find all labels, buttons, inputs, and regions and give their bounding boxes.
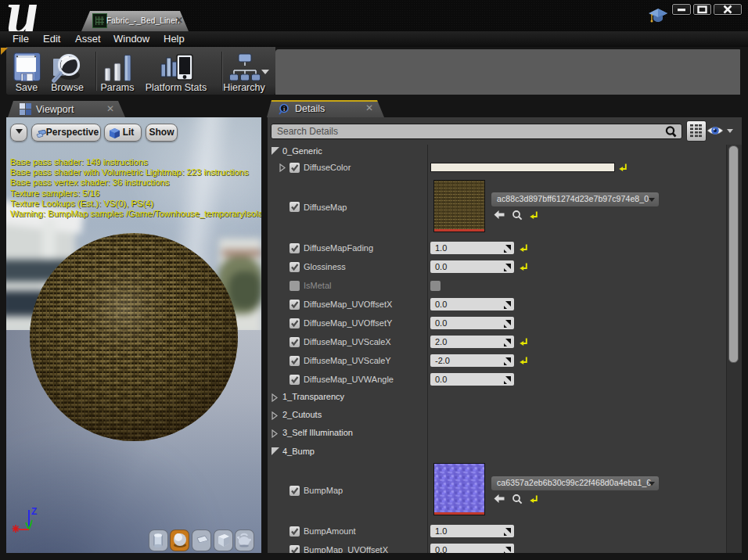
svg-text:Z: Z [31, 506, 37, 517]
